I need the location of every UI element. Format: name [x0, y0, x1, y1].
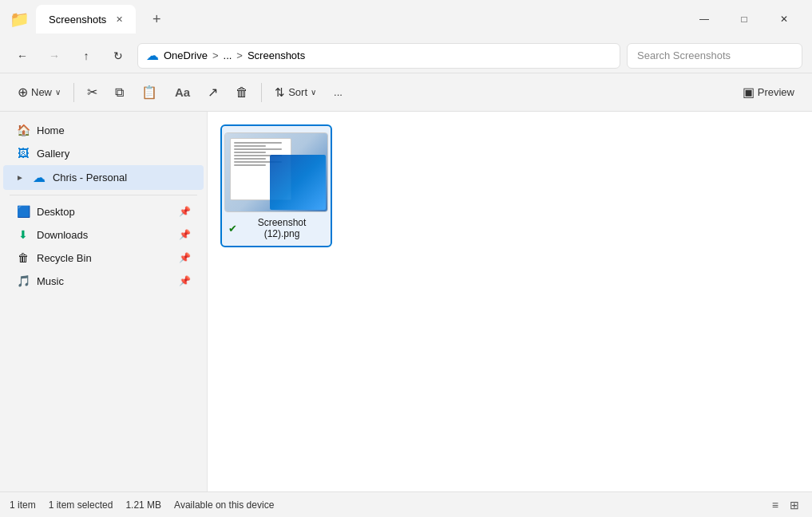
- sort-icon: ⇅: [275, 85, 285, 100]
- address-bar: ← → ↑ ↻ ☁ OneDrive > ... > Screenshots S…: [0, 38, 812, 73]
- status-availability: Available on this device: [174, 499, 274, 511]
- status-total: 1 item: [10, 499, 36, 511]
- onedrive-icon: ☁: [146, 48, 159, 63]
- thumb-line: [234, 152, 266, 153]
- sidebar-item-music[interactable]: 🎵 Music 📌: [3, 270, 204, 292]
- paste-button[interactable]: 📋: [133, 78, 165, 107]
- onedrive-cloud-icon: ☁: [32, 170, 46, 185]
- toolbar-separator-2: [261, 83, 262, 102]
- window-icon: 📁: [10, 10, 30, 29]
- preview-icon: ▣: [743, 85, 755, 100]
- check-icon: ✔: [228, 223, 237, 235]
- copy-button[interactable]: ⧉: [107, 78, 132, 107]
- window-controls: — □ ✕: [686, 6, 802, 32]
- sidebar-item-label: Gallery: [37, 148, 69, 160]
- file-thumbnail: [224, 132, 328, 212]
- minimize-button[interactable]: —: [686, 6, 723, 32]
- more-icon: ...: [334, 86, 343, 98]
- sidebar: 🏠 Home 🖼 Gallery ► ☁ Chris - Personal 🟦 …: [0, 112, 208, 491]
- preview-label: Preview: [758, 86, 794, 98]
- recycle-bin-icon: 🗑: [16, 251, 30, 264]
- gallery-icon: 🖼: [16, 147, 30, 160]
- sort-button[interactable]: ⇅ Sort ∨: [267, 78, 324, 107]
- new-button[interactable]: ⊕ New ∨: [10, 78, 69, 107]
- maximize-button[interactable]: □: [726, 6, 762, 32]
- toolbar: ⊕ New ∨ ✂ ⧉ 📋 Aa ↗ 🗑 ⇅ Sort ∨ ... ▣ Prev…: [0, 73, 812, 112]
- close-button[interactable]: ✕: [766, 6, 802, 32]
- up-button[interactable]: ↑: [73, 43, 99, 69]
- copy-icon: ⧉: [115, 85, 124, 100]
- thumb-line: [234, 148, 282, 150]
- desktop-icon: 🟦: [16, 205, 30, 218]
- file-item[interactable]: ✔ Screenshot (12).png: [220, 124, 332, 247]
- more-options-button[interactable]: ...: [326, 78, 351, 107]
- content-area: ✔ Screenshot (12).png: [208, 112, 812, 491]
- share-button[interactable]: ↗: [200, 78, 226, 107]
- main-area: 🏠 Home 🖼 Gallery ► ☁ Chris - Personal 🟦 …: [0, 112, 812, 491]
- paste-icon: 📋: [141, 85, 157, 100]
- music-icon: 🎵: [16, 274, 30, 287]
- active-tab[interactable]: Screenshots ✕: [36, 5, 136, 34]
- sidebar-item-label: Downloads: [37, 229, 88, 241]
- rename-icon: Aa: [175, 85, 190, 99]
- thumb-line: [234, 142, 282, 144]
- cut-button[interactable]: ✂: [79, 78, 105, 107]
- status-size: 1.21 MB: [125, 499, 161, 511]
- tab-label: Screenshots: [49, 14, 106, 26]
- sidebar-item-label: Desktop: [37, 206, 75, 218]
- thumbnail-win11-logo: [270, 155, 326, 210]
- sidebar-item-label: Chris - Personal: [53, 172, 127, 184]
- pin-icon: 📌: [179, 275, 191, 286]
- sort-chevron-icon: ∨: [311, 88, 316, 97]
- grid-view-button[interactable]: ⊞: [786, 497, 802, 513]
- file-name: ✔ Screenshot (12).png: [228, 217, 324, 239]
- status-selected: 1 item selected: [49, 499, 113, 511]
- breadcrumb-current: Screenshots: [248, 49, 305, 61]
- breadcrumb-root[interactable]: OneDrive: [164, 49, 208, 61]
- rename-button[interactable]: Aa: [167, 78, 198, 107]
- sidebar-item-home[interactable]: 🏠 Home: [3, 119, 204, 141]
- cut-icon: ✂: [87, 85, 97, 100]
- refresh-button[interactable]: ↻: [105, 43, 131, 69]
- sidebar-item-label: Recycle Bin: [37, 252, 92, 264]
- delete-button[interactable]: 🗑: [228, 78, 256, 107]
- sidebar-item-desktop[interactable]: 🟦 Desktop 📌: [3, 200, 204, 223]
- sidebar-item-label: Music: [37, 275, 64, 287]
- breadcrumb[interactable]: ☁ OneDrive > ... > Screenshots: [137, 43, 620, 69]
- sidebar-item-onedrive[interactable]: ► ☁ Chris - Personal: [3, 165, 204, 190]
- sidebar-divider: [10, 195, 197, 195]
- sidebar-item-recycle-bin[interactable]: 🗑 Recycle Bin 📌: [3, 247, 204, 269]
- delete-icon: 🗑: [236, 85, 248, 100]
- sidebar-item-gallery[interactable]: 🖼 Gallery: [3, 142, 204, 164]
- thumbnail-background: [225, 133, 327, 211]
- file-name-text: Screenshot (12).png: [240, 217, 324, 239]
- thumb-line: [234, 164, 266, 166]
- back-button[interactable]: ←: [10, 43, 35, 69]
- pin-icon: 📌: [179, 252, 191, 263]
- pin-icon: 📌: [179, 229, 191, 240]
- thumb-line: [234, 158, 266, 160]
- new-tab-button[interactable]: +: [145, 8, 168, 30]
- sidebar-item-label: Home: [37, 124, 65, 136]
- tab-close-button[interactable]: ✕: [116, 14, 123, 25]
- list-view-button[interactable]: ≡: [769, 497, 782, 513]
- forward-button[interactable]: →: [42, 43, 67, 69]
- breadcrumb-more[interactable]: ...: [224, 49, 232, 61]
- title-bar: 📁 Screenshots ✕ + — □ ✕: [0, 0, 812, 38]
- toolbar-right: ▣ Preview: [735, 78, 802, 107]
- chevron-icon: ►: [16, 173, 24, 182]
- share-icon: ↗: [208, 85, 218, 100]
- new-chevron-icon: ∨: [55, 88, 61, 97]
- plus-icon: ⊕: [18, 85, 28, 100]
- downloads-icon: ⬇: [16, 228, 30, 241]
- toolbar-separator-1: [73, 83, 74, 102]
- breadcrumb-sep2: >: [236, 49, 243, 61]
- thumb-line: [234, 145, 266, 147]
- file-grid: ✔ Screenshot (12).png: [220, 124, 799, 247]
- pin-icon: 📌: [179, 206, 191, 217]
- new-label: New: [31, 86, 52, 98]
- search-placeholder: Search Screenshots: [637, 49, 731, 61]
- search-box[interactable]: Search Screenshots: [627, 43, 802, 69]
- preview-button[interactable]: ▣ Preview: [735, 78, 802, 107]
- sidebar-item-downloads[interactable]: ⬇ Downloads 📌: [3, 223, 204, 246]
